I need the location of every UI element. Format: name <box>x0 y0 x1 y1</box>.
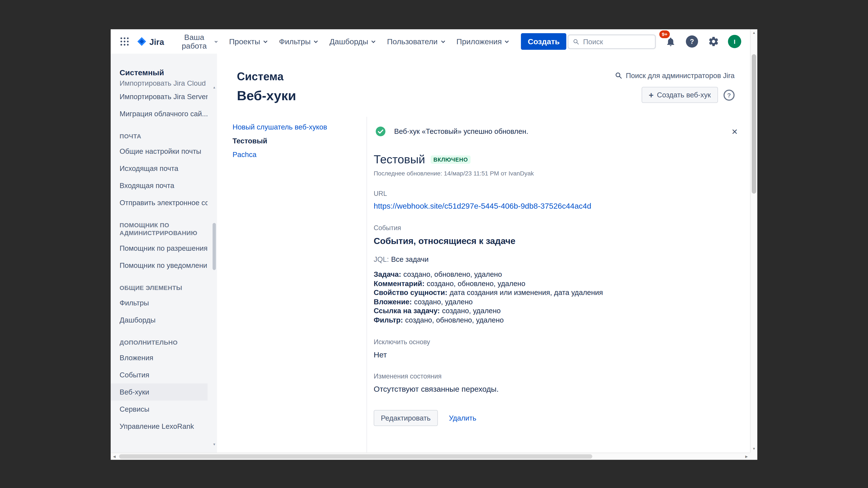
nav-menu-item[interactable]: Проекты <box>224 34 273 49</box>
search-icon <box>615 72 622 79</box>
last-updated-text: Последнее обновление: 14/мар/23 11:51 PM… <box>374 170 742 176</box>
sidebar-item[interactable]: Помощник по разрешениям <box>111 240 208 257</box>
sidebar-section-mail: ПОЧТА Общие настройки почты Исходящая по… <box>111 122 217 212</box>
nav-item-label: Пользователи <box>387 37 437 46</box>
flag-close-button[interactable]: ✕ <box>728 126 741 137</box>
nav-menu-item[interactable]: Фильтры <box>274 34 323 49</box>
top-navbar: Jira Ваша работа Проекты <box>111 29 750 54</box>
new-webhook-listener-link[interactable]: Новый слушатель веб-хуков <box>232 120 360 134</box>
gear-icon <box>708 36 719 47</box>
scrollbar-down-icon[interactable]: ▼ <box>751 446 757 453</box>
page-header-right: Поиск для администраторов Jira + Создать… <box>615 71 735 103</box>
settings-button[interactable] <box>706 34 721 48</box>
event-row-value: создано, обновлено, удалено <box>403 270 502 278</box>
search-icon <box>573 38 579 45</box>
scrollbar-down-icon[interactable]: ▼ <box>212 442 216 447</box>
event-row: Вложение:создано, удалено <box>374 297 742 306</box>
scrollbar-corner <box>750 453 757 460</box>
sidebar-section-shared: ОБЩИЕ ЭЛЕМЕНТЫ Фильтры Дашборды <box>111 274 217 329</box>
nav-item-label: Проекты <box>229 37 260 46</box>
nav-item-label: Фильтры <box>279 37 311 46</box>
detail-actions: Редактировать Удалить <box>374 410 742 426</box>
notifications-button[interactable]: 9+ <box>663 34 678 48</box>
user-avatar[interactable]: I <box>728 35 741 48</box>
delete-link[interactable]: Удалить <box>449 414 476 422</box>
event-row-label: Вложение: <box>374 297 412 305</box>
sidebar-item[interactable]: События <box>111 366 208 384</box>
nav-menu-item[interactable]: Ваша работа <box>172 29 223 54</box>
sidebar-item[interactable]: Веб-хуки <box>111 384 208 400</box>
primary-nav: Ваша работа Проекты <box>172 29 515 54</box>
app-switcher-button[interactable] <box>116 33 133 51</box>
webhook-list-item[interactable]: Тестовый <box>232 134 360 148</box>
scrollbar-up-icon[interactable]: ▲ <box>751 29 757 36</box>
sidebar-item[interactable]: Отправить электронное со... <box>111 194 208 211</box>
sidebar-item[interactable]: Дашборды <box>111 312 208 329</box>
grid-icon <box>120 36 130 46</box>
webhook-list-panel: Новый слушатель веб-хуков Тестовый Pachc… <box>227 117 367 452</box>
nav-item-label: Приложения <box>456 37 502 46</box>
vertical-scrollbar[interactable]: ▲ ▼ <box>750 29 757 453</box>
scrollbar-right-icon[interactable]: ▶ <box>743 453 750 460</box>
event-row-value: создано, удалено <box>414 297 473 305</box>
webhook-list-item[interactable]: Pachca <box>232 148 360 162</box>
sidebar-title: Системный <box>111 54 217 81</box>
sidebar-item[interactable]: Фильтры <box>111 294 208 312</box>
nav-menu-item[interactable]: Приложения <box>452 34 515 49</box>
sidebar-item[interactable]: Сервисы <box>111 400 208 418</box>
sidebar-scrollbar-thumb[interactable] <box>213 223 216 270</box>
sidebar-item[interactable]: Помощник по уведомлени... <box>111 257 208 274</box>
transitions-label: Изменения состояния <box>374 372 742 380</box>
nav-menu-item[interactable]: Пользователи <box>382 34 450 49</box>
events-heading: События, относящиеся к задаче <box>374 236 742 246</box>
admin-search-link[interactable]: Поиск для администраторов Jira <box>615 71 735 79</box>
create-webhook-button[interactable]: + Создать веб-хук <box>642 87 718 103</box>
event-row-value: создано, обновлено, удалено <box>427 279 525 287</box>
sidebar-item[interactable]: Импортировать Jira Server <box>111 88 208 105</box>
page-kicker: Система <box>237 70 296 83</box>
sidebar-scrollbar[interactable]: ▲ ▼ <box>212 85 216 447</box>
sidebar-item[interactable]: Импортировать Jira Cloud <box>111 81 208 88</box>
sidebar-item[interactable]: Вложения <box>111 349 208 366</box>
webhook-url-link[interactable]: https://webhook.site/c51d297e-5445-406b-… <box>374 201 591 210</box>
event-rows: Задача:создано, обновлено, удалено Комме… <box>374 270 742 325</box>
body-row: Системный Импортировать Jira Cloud Импор… <box>111 54 750 452</box>
jira-logo[interactable]: Jira <box>134 36 171 46</box>
sidebar-item[interactable]: Миграция облачного сай... <box>111 105 208 122</box>
scrollbar-left-icon[interactable]: ◀ <box>111 453 118 460</box>
sidebar-section-header: ПОМОЩНИК ПО АДМИНИСТРИРОВАНИЮ <box>111 211 217 239</box>
help-icon[interactable]: ? <box>723 89 735 100</box>
chevron-down-icon <box>214 39 218 44</box>
edit-button[interactable]: Редактировать <box>374 410 438 426</box>
sidebar-item[interactable]: Общие настройки почты <box>111 143 208 160</box>
sidebar-item[interactable]: Управление LexoRank <box>111 418 208 435</box>
plus-icon: + <box>649 91 654 99</box>
admin-search-label: Поиск для администраторов Jira <box>626 71 735 79</box>
help-button[interactable]: ? <box>685 34 699 48</box>
jira-logo-icon <box>137 36 147 46</box>
sidebar-section-admin-helper: ПОМОЩНИК ПО АДМИНИСТРИРОВАНИЮ Помощник п… <box>111 211 217 274</box>
search-input[interactable] <box>583 37 650 45</box>
success-check-icon <box>375 126 386 137</box>
jql-value: Все задачи <box>391 255 429 263</box>
event-row: Свойство сущности:дата создания или изме… <box>374 288 742 297</box>
sidebar-item[interactable]: Исходящая почта <box>111 160 208 177</box>
sidebar-item[interactable]: Входящая почта <box>111 177 208 194</box>
vertical-scrollbar-thumb[interactable] <box>752 54 756 194</box>
nav-item-label: Ваша работа <box>177 33 212 51</box>
webhook-items: Тестовый Pachca <box>232 134 360 162</box>
desktop-background: Jira Ваша работа Проекты <box>0 0 868 488</box>
jql-label: JQL: <box>374 255 389 263</box>
horizontal-scrollbar-thumb[interactable] <box>119 454 592 458</box>
webhook-name: Тестовый <box>374 153 425 166</box>
admin-sidebar: Системный Импортировать Jira Cloud Импор… <box>111 54 217 452</box>
horizontal-scrollbar[interactable]: ◀ ▶ <box>111 453 750 460</box>
app-window-content: Jira Ваша работа Проекты <box>111 29 750 453</box>
scrollbar-up-icon[interactable]: ▲ <box>212 85 216 90</box>
global-search[interactable] <box>567 34 656 49</box>
create-button[interactable]: Создать <box>521 33 566 50</box>
event-row-label: Фильтр: <box>374 316 403 324</box>
exclude-body-label: Исключить основу <box>374 338 742 346</box>
nav-menu-item[interactable]: Дашборды <box>324 34 381 49</box>
notifications-badge: 9+ <box>659 30 670 38</box>
